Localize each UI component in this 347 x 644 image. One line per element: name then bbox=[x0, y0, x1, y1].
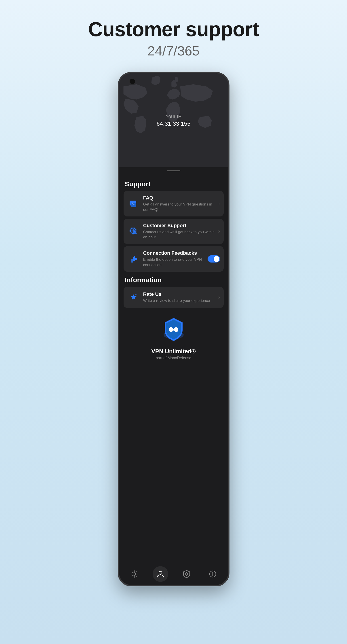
bottom-nav bbox=[119, 562, 228, 585]
rate-us-desc: Write a review to share your experience bbox=[143, 298, 217, 304]
svg-point-9 bbox=[136, 296, 136, 296]
your-ip-label: Your IP bbox=[157, 114, 191, 120]
content-area: Support ? ? FAQ Get all answers to your … bbox=[119, 171, 228, 387]
customer-support-icon bbox=[127, 225, 140, 238]
connection-feedbacks-toggle[interactable] bbox=[208, 255, 220, 262]
connection-feedbacks-menu-text: Connection Feedbacks Enable the option t… bbox=[143, 250, 206, 268]
ip-address: 64.31.33.155 bbox=[157, 120, 191, 127]
information-section-title: Information bbox=[125, 276, 224, 284]
faq-chevron: › bbox=[218, 200, 220, 207]
camera-hole bbox=[129, 78, 135, 84]
support-section-title: Support bbox=[125, 180, 224, 188]
rate-us-menu-item[interactable]: Rate Us Write a review to share your exp… bbox=[124, 287, 224, 308]
svg-point-12 bbox=[159, 571, 162, 574]
faq-desc: Get all answers to your VPN questions in… bbox=[143, 202, 217, 212]
faq-title: FAQ bbox=[143, 195, 217, 201]
connection-feedbacks-icon bbox=[127, 252, 140, 266]
page-title: Customer support bbox=[88, 18, 259, 41]
customer-support-menu-item[interactable]: Customer Support Contact us and we'll ge… bbox=[124, 219, 224, 244]
svg-text:?: ? bbox=[133, 204, 135, 206]
nav-settings-button[interactable] bbox=[126, 566, 142, 582]
connection-feedbacks-title: Connection Feedbacks bbox=[143, 250, 206, 256]
rate-us-menu-text: Rate Us Write a review to share your exp… bbox=[143, 291, 217, 304]
faq-menu-item[interactable]: ? ? FAQ Get all answers to your VPN ques… bbox=[124, 191, 224, 216]
vpn-brand-sub: part of MonoDefense bbox=[124, 356, 224, 360]
phone-screen: Your IP 64.31.33.155 Support ? ? bbox=[119, 73, 228, 585]
power-button bbox=[228, 129, 230, 147]
branding-section: VPN Unlimited® part of MonoDefense bbox=[124, 310, 224, 365]
vpn-shield-logo bbox=[124, 317, 224, 344]
ip-overlay: Your IP 64.31.33.155 bbox=[157, 114, 191, 127]
rate-us-chevron: › bbox=[218, 294, 220, 300]
nav-info-button[interactable] bbox=[205, 566, 221, 582]
vpn-brand-name: VPN Unlimited® bbox=[124, 348, 224, 355]
customer-support-menu-text: Customer Support Contact us and we'll ge… bbox=[143, 223, 217, 240]
customer-support-title: Customer Support bbox=[143, 223, 217, 228]
svg-point-13 bbox=[185, 573, 188, 575]
customer-support-chevron: › bbox=[218, 228, 220, 234]
nav-vpn-button[interactable] bbox=[179, 566, 194, 582]
phone-frame: Your IP 64.31.33.155 Support ? ? bbox=[118, 72, 230, 586]
customer-support-desc: Contact us and we'll get back to you wit… bbox=[143, 230, 217, 240]
connection-feedbacks-menu-item[interactable]: Connection Feedbacks Enable the option t… bbox=[124, 246, 224, 272]
svg-point-8 bbox=[135, 294, 136, 296]
rate-us-icon bbox=[127, 291, 140, 304]
page-header: Customer support 24/7/365 bbox=[88, 0, 259, 58]
svg-point-11 bbox=[133, 573, 136, 575]
faq-menu-text: FAQ Get all answers to your VPN question… bbox=[143, 195, 217, 212]
faq-icon: ? ? bbox=[127, 197, 140, 210]
connection-feedbacks-desc: Enable the option to rate your VPN conne… bbox=[143, 257, 206, 268]
map-area: Your IP 64.31.33.155 bbox=[119, 73, 228, 167]
page-subtitle: 24/7/365 bbox=[88, 43, 259, 58]
nav-account-button[interactable] bbox=[153, 566, 168, 582]
rate-us-title: Rate Us bbox=[143, 291, 217, 297]
svg-point-18 bbox=[213, 572, 213, 573]
